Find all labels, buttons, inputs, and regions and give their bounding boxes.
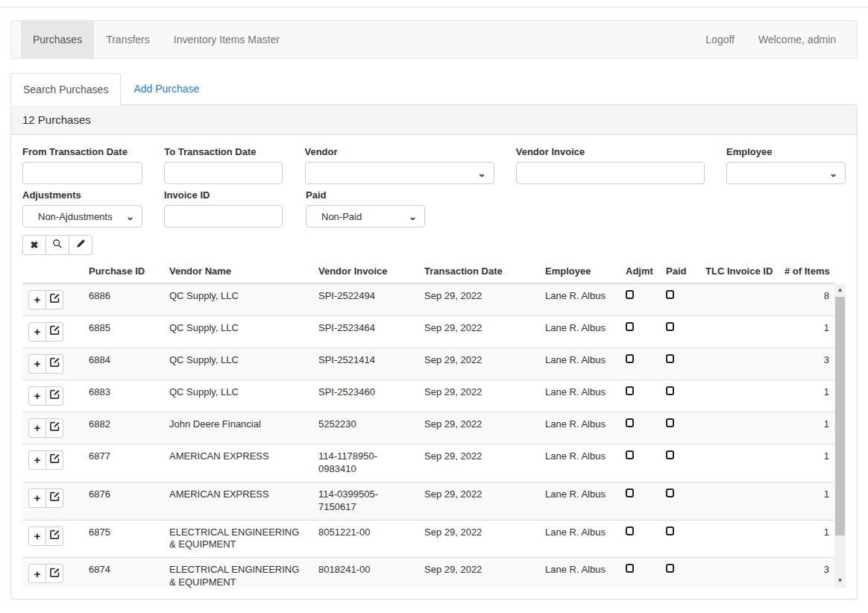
cell-num-items: 1 xyxy=(779,412,835,444)
vendor-invoice-input[interactable] xyxy=(516,162,705,184)
edit-row-button[interactable] xyxy=(45,564,63,583)
vendor-select[interactable]: ⌄ xyxy=(305,162,494,184)
cell-paid xyxy=(660,412,699,444)
cell-num-items: 1 xyxy=(779,482,835,520)
edit-row-button[interactable] xyxy=(45,450,63,470)
to-transaction-date-input[interactable] xyxy=(164,162,283,184)
logoff-link[interactable]: Logoff xyxy=(694,21,746,58)
cell-tlc-invoice-id xyxy=(699,412,779,444)
row-actions-cell: + xyxy=(22,348,83,380)
search-button[interactable] xyxy=(45,235,69,255)
invoice-id-input[interactable] xyxy=(164,205,283,227)
add-row-button[interactable]: + xyxy=(28,386,46,406)
cell-num-items: 3 xyxy=(779,348,835,380)
scroll-up-icon[interactable]: ▲ xyxy=(834,284,846,295)
add-row-button[interactable]: + xyxy=(28,564,46,583)
adjmt-checkbox[interactable] xyxy=(626,450,634,459)
edit-row-button[interactable] xyxy=(45,354,63,374)
col-adjmt: Adjmt xyxy=(620,260,660,283)
panel-body: From Transaction Date To Transaction Dat… xyxy=(11,135,857,599)
paid-checkbox[interactable] xyxy=(666,290,674,299)
paid-checkbox[interactable] xyxy=(666,488,674,497)
edit-row-button[interactable] xyxy=(45,526,63,546)
pencil-square-icon xyxy=(49,292,60,307)
add-row-button[interactable]: + xyxy=(28,450,46,470)
edit-row-button[interactable] xyxy=(45,386,63,406)
edit-row-button[interactable] xyxy=(45,322,63,342)
nav-item-purchases[interactable]: Purchases xyxy=(21,21,94,58)
nav-item-inventory-items-master[interactable]: Inventory Items Master xyxy=(162,21,292,58)
tab-add-purchase[interactable]: Add Purchase xyxy=(121,73,212,104)
adjmt-checkbox[interactable] xyxy=(626,354,634,363)
pencil-square-icon xyxy=(49,421,60,436)
plus-icon: + xyxy=(34,453,41,468)
cell-vendor-invoice: 114-0399505-7150617 xyxy=(312,482,418,520)
cell-employee: Lane R. Albus xyxy=(539,482,620,520)
paid-checkbox[interactable] xyxy=(666,450,674,459)
cell-vendor-name: QC Supply, LLC xyxy=(163,316,312,348)
edit-row-button[interactable] xyxy=(45,418,63,438)
add-row-button[interactable]: + xyxy=(28,322,46,342)
paid-checkbox[interactable] xyxy=(666,526,674,535)
row-actions-cell: + xyxy=(22,412,83,444)
cell-adjmt xyxy=(620,482,660,520)
cell-paid xyxy=(660,284,699,316)
nav-item-transfers[interactable]: Transfers xyxy=(94,21,162,58)
adjmt-checkbox[interactable] xyxy=(626,386,634,395)
cell-adjmt xyxy=(620,558,660,588)
add-row-button[interactable]: + xyxy=(28,290,46,309)
cell-paid xyxy=(660,482,699,520)
adjmt-checkbox[interactable] xyxy=(626,418,634,427)
paid-checkbox[interactable] xyxy=(666,418,674,427)
navbar-right: Logoff Welcome, admin xyxy=(694,21,848,58)
cell-vendor-invoice: SPI-2521414 xyxy=(312,348,418,380)
scroll-down-icon[interactable]: ▼ xyxy=(834,575,846,586)
paid-checkbox[interactable] xyxy=(666,322,674,331)
adjmt-checkbox[interactable] xyxy=(626,290,634,299)
cell-adjmt xyxy=(620,520,660,558)
invoice-id-label: Invoice ID xyxy=(164,189,283,201)
tab-search-purchases[interactable]: Search Purchases xyxy=(10,73,121,105)
clear-filters-button[interactable]: ✖ xyxy=(22,235,46,255)
table-scrollbar[interactable]: ▲ ▼ xyxy=(834,284,846,588)
chevron-down-icon: ⌄ xyxy=(478,168,486,179)
adjustments-select[interactable]: Non-Ajdustments ⌄ xyxy=(22,205,142,227)
field-employee: Employee ⌄ xyxy=(726,146,846,184)
edit-row-button[interactable] xyxy=(45,488,63,508)
paid-checkbox[interactable] xyxy=(666,354,674,363)
cell-vendor-invoice: 114-1178950-0983410 xyxy=(312,444,418,482)
pencil-square-icon xyxy=(49,389,60,403)
add-row-button[interactable]: + xyxy=(28,354,46,374)
add-row-button[interactable]: + xyxy=(28,526,46,546)
employee-select[interactable]: ⌄ xyxy=(726,162,846,184)
row-actions-cell: + xyxy=(22,482,83,520)
from-transaction-date-input[interactable] xyxy=(22,162,142,184)
cell-purchase-id: 6886 xyxy=(83,284,163,316)
paid-select[interactable]: Non-Paid ⌄ xyxy=(306,205,425,227)
pencil-square-icon xyxy=(49,567,60,582)
cell-tlc-invoice-id xyxy=(699,520,779,558)
cell-transaction-date: Sep 29, 2022 xyxy=(418,444,539,482)
cell-num-items: 8 xyxy=(779,284,835,316)
field-invoice-id: Invoice ID xyxy=(164,189,283,227)
add-row-button[interactable]: + xyxy=(28,488,46,508)
edit-row-button[interactable] xyxy=(45,290,63,309)
scrollbar-thumb[interactable] xyxy=(835,297,845,535)
adjmt-checkbox[interactable] xyxy=(626,488,634,497)
cell-adjmt xyxy=(620,444,660,482)
employee-label: Employee xyxy=(726,146,846,157)
adjmt-checkbox[interactable] xyxy=(626,564,634,573)
table-scroll-area: + 6886 QC Supply, LLC SPI-2522494 Sep 29… xyxy=(22,284,846,588)
cell-employee: Lane R. Albus xyxy=(539,412,620,444)
cell-employee: Lane R. Albus xyxy=(539,348,620,380)
cell-transaction-date: Sep 29, 2022 xyxy=(418,284,539,316)
edit-button[interactable] xyxy=(69,235,92,255)
cell-purchase-id: 6876 xyxy=(83,482,163,520)
adjmt-checkbox[interactable] xyxy=(626,322,634,331)
paid-checkbox[interactable] xyxy=(666,386,674,395)
cell-paid xyxy=(660,316,699,348)
paid-checkbox[interactable] xyxy=(666,564,674,573)
cell-adjmt xyxy=(620,380,660,412)
adjmt-checkbox[interactable] xyxy=(626,526,634,535)
add-row-button[interactable]: + xyxy=(28,418,46,438)
